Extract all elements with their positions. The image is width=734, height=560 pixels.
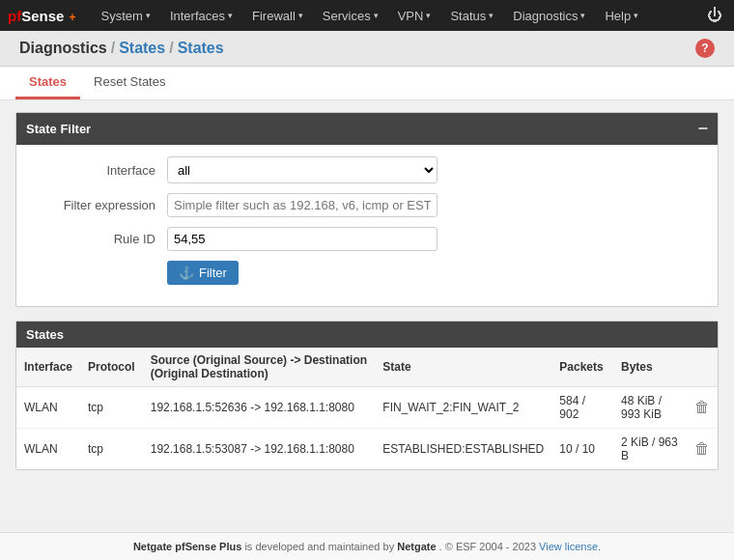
- chevron-down-icon: ▾: [298, 11, 303, 20]
- rule-id-row: Rule ID: [32, 227, 702, 251]
- cell-protocol: tcp: [80, 387, 143, 429]
- nav-items: System▾ Interfaces▾ Firewall▾ Services▾ …: [92, 0, 703, 31]
- tabs-bar: States Reset States: [0, 67, 734, 100]
- footer-text: Netgate pfSense Plus is developed and ma…: [133, 541, 601, 552]
- tab-reset-states[interactable]: Reset States: [80, 67, 179, 99]
- breadcrumb: Diagnostics / States / States: [19, 40, 224, 57]
- filter-icon: ⚓: [179, 266, 194, 280]
- brand-logo[interactable]: pfSense +: [8, 8, 76, 24]
- col-actions: [687, 348, 718, 387]
- col-state: State: [375, 348, 551, 387]
- states-table-head: Interface Protocol Source (Original Sour…: [16, 348, 718, 387]
- delete-row-icon[interactable]: 🗑: [694, 440, 710, 457]
- logout-icon[interactable]: ⏻: [703, 7, 726, 23]
- delete-row-icon[interactable]: 🗑: [694, 399, 710, 415]
- nav-help[interactable]: Help▾: [595, 0, 648, 31]
- tab-states[interactable]: States: [15, 67, 80, 99]
- cell-bytes: 2 KiB / 963 B: [613, 429, 687, 470]
- nav-diagnostics[interactable]: Diagnostics▾: [503, 0, 595, 31]
- col-interface: Interface: [16, 348, 80, 387]
- nav-system[interactable]: System▾: [92, 0, 160, 31]
- nav-services[interactable]: Services▾: [313, 0, 388, 31]
- cell-packets: 10 / 10: [551, 429, 613, 470]
- collapse-icon[interactable]: −: [697, 119, 708, 139]
- cell-interface: WLAN: [16, 429, 80, 470]
- chevron-down-icon: ▾: [374, 11, 379, 20]
- rule-id-input[interactable]: [167, 227, 438, 251]
- filter-expression-label: Filter expression: [32, 198, 167, 212]
- cell-source-dest: 192.168.1.5:53087 -> 192.168.1.1:8080: [143, 429, 376, 470]
- nav-right: ⏻: [703, 7, 726, 24]
- help-icon[interactable]: ?: [695, 39, 715, 58]
- breadcrumb-sep2: /: [169, 40, 173, 57]
- table-row: WLAN tcp 192.168.1.5:53087 -> 192.168.1.…: [16, 429, 718, 470]
- nav-interfaces[interactable]: Interfaces▾: [160, 0, 242, 31]
- filter-button-row: ⚓ Filter: [32, 261, 702, 285]
- col-bytes: Bytes: [613, 348, 687, 387]
- footer-copy: . © ESF 2004 - 2023: [439, 541, 540, 552]
- col-packets: Packets: [551, 348, 613, 387]
- chevron-down-icon: ▾: [489, 11, 494, 20]
- cell-delete: 🗑: [687, 387, 718, 429]
- nav-vpn[interactable]: VPN▾: [388, 0, 441, 31]
- states-table-header-row: Interface Protocol Source (Original Sour…: [16, 348, 718, 387]
- chevron-down-icon: ▾: [426, 11, 431, 20]
- state-filter-body: Interface all WAN LAN WLAN Filter expres…: [16, 145, 718, 306]
- cell-bytes: 48 KiB / 993 KiB: [613, 387, 687, 429]
- table-row: WLAN tcp 192.168.1.5:52636 -> 192.168.1.…: [16, 387, 718, 429]
- states-table: Interface Protocol Source (Original Sour…: [16, 348, 718, 469]
- cell-state: FIN_WAIT_2:FIN_WAIT_2: [375, 387, 551, 429]
- footer-brand: Netgate pfSense Plus: [133, 541, 241, 552]
- footer-desc: is developed and maintained by: [244, 541, 397, 552]
- cell-state: ESTABLISHED:ESTABLISHED: [375, 429, 551, 470]
- chevron-down-icon: ▾: [580, 11, 585, 20]
- filter-expression-row: Filter expression: [32, 193, 702, 217]
- cell-packets: 584 / 902: [551, 387, 613, 429]
- nav-status[interactable]: Status▾: [440, 0, 503, 31]
- state-filter-panel: State Filter − Interface all WAN LAN WLA…: [15, 112, 719, 307]
- nav-firewall[interactable]: Firewall▾: [242, 0, 313, 31]
- chevron-down-icon: ▾: [634, 11, 638, 20]
- breadcrumb-sep1: /: [111, 40, 115, 57]
- cell-interface: WLAN: [16, 387, 80, 429]
- footer-license-link[interactable]: View license.: [539, 541, 601, 552]
- interface-label: Interface: [32, 163, 167, 178]
- navbar: pfSense + System▾ Interfaces▾ Firewall▾ …: [0, 0, 734, 31]
- state-filter-header: State Filter −: [16, 113, 718, 145]
- breadcrumb-root: Diagnostics: [19, 40, 107, 57]
- cell-source-dest: 192.168.1.5:52636 -> 192.168.1.1:8080: [143, 387, 376, 429]
- states-panel: States Interface Protocol Source (Origin…: [15, 321, 719, 470]
- brand-pf: pfSense +: [8, 8, 76, 24]
- interface-row: Interface all WAN LAN WLAN: [32, 156, 702, 183]
- states-table-header: States: [16, 322, 718, 348]
- footer: Netgate pfSense Plus is developed and ma…: [0, 532, 734, 560]
- footer-netgate: Netgate: [397, 541, 436, 552]
- breadcrumb-current[interactable]: States: [178, 40, 224, 57]
- col-source-dest: Source (Original Source) -> Destination …: [143, 348, 376, 387]
- filter-expression-input[interactable]: [167, 193, 438, 217]
- states-table-body: WLAN tcp 192.168.1.5:52636 -> 192.168.1.…: [16, 387, 718, 470]
- chevron-down-icon: ▾: [228, 11, 233, 20]
- breadcrumb-parent[interactable]: States: [119, 40, 165, 57]
- filter-button[interactable]: ⚓ Filter: [167, 261, 239, 285]
- breadcrumb-bar: Diagnostics / States / States ?: [0, 31, 734, 67]
- rule-id-label: Rule ID: [32, 232, 167, 246]
- interface-select[interactable]: all WAN LAN WLAN: [167, 156, 438, 183]
- state-filter-title: State Filter: [26, 122, 91, 136]
- chevron-down-icon: ▾: [146, 11, 151, 20]
- col-protocol: Protocol: [80, 348, 143, 387]
- cell-delete: 🗑: [687, 429, 718, 470]
- main-content: State Filter − Interface all WAN LAN WLA…: [0, 100, 734, 532]
- cell-protocol: tcp: [80, 429, 143, 470]
